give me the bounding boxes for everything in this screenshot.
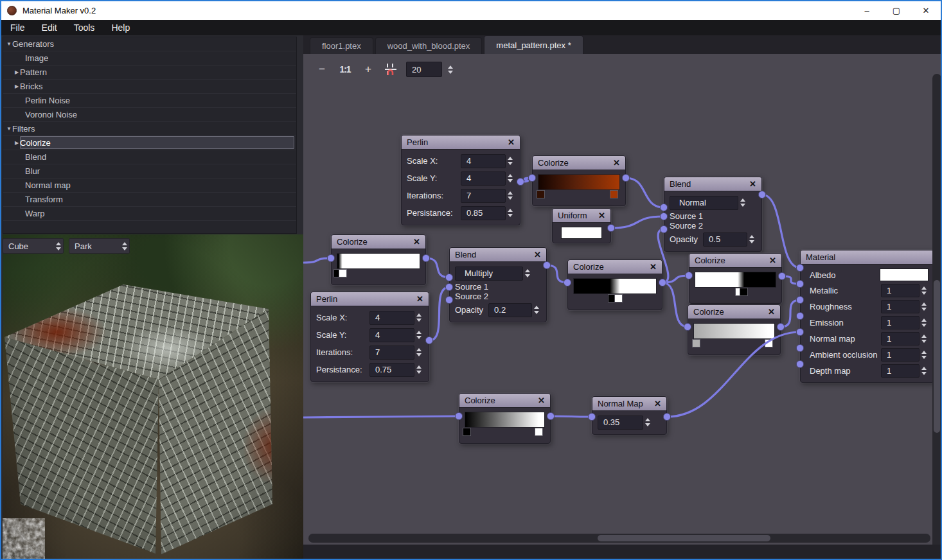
preview-3d-viewport[interactable]: Cube Park [3,234,303,560]
node-close-icon[interactable]: ✕ [749,179,756,189]
tree-item-transform[interactable]: Transform [3,193,296,207]
vertical-scrollbar-thumb[interactable] [934,280,940,433]
node-graph-canvas[interactable]: − 1:1 + 20 Perlin✕Scale X:4Scale Y:4Iter… [303,54,942,545]
spin-up-icon[interactable] [508,209,513,212]
node-titlebar[interactable]: Colorize✕ [459,394,550,408]
node-close-icon[interactable]: ✕ [654,399,661,408]
node-close-icon[interactable]: ✕ [416,294,423,304]
tree-item-pattern[interactable]: ▶Pattern [3,66,296,80]
node-close-icon[interactable]: ✕ [538,396,545,405]
material-stepper[interactable] [920,365,929,377]
param-value-input[interactable]: 0.35 [598,416,643,430]
node-titlebar[interactable]: Colorize✕ [688,305,780,319]
material-stepper[interactable] [920,285,929,297]
param-value-input[interactable]: 0.85 [461,206,506,220]
gradient-editor[interactable] [465,412,545,436]
node-close-icon[interactable]: ✕ [534,250,541,259]
maximize-button[interactable]: ▢ [882,1,911,20]
spin-up-icon[interactable] [416,348,422,351]
spin-up-icon[interactable] [525,269,530,272]
spin-up-icon[interactable] [416,331,422,334]
node-colorize-right-bottom[interactable]: Colorize✕ [688,304,781,355]
param-stepper[interactable] [747,234,756,245]
spin-down-icon[interactable] [508,179,513,182]
node-perlin-1[interactable]: Perlin✕Scale X:4Scale Y:4Iterations:7Per… [401,135,520,225]
material-value-input[interactable]: 1 [881,348,920,362]
gradient-cursor[interactable] [765,339,773,347]
node-titlebar[interactable]: Blend✕ [450,248,546,262]
param-stepper[interactable] [506,190,515,202]
spin-down-icon[interactable] [508,162,513,165]
tree-item-colorize[interactable]: ▶Colorize [3,136,296,150]
param-stepper[interactable] [414,347,423,358]
tree-item-blur[interactable]: Blur [3,164,296,179]
spin-up-icon[interactable] [534,306,539,309]
gradient-editor[interactable] [573,278,657,302]
tree-item-normal-map[interactable]: Normal map [3,179,296,193]
gradient-cursor[interactable] [537,190,545,198]
tab-metal-pattern-ptex-[interactable]: metal_pattern.ptex * [484,35,583,54]
spin-down-icon[interactable] [645,423,650,426]
param-stepper[interactable] [506,207,515,219]
node-close-icon[interactable]: ✕ [598,211,605,220]
preview-model-select[interactable]: Cube [3,238,64,254]
node-titlebar[interactable]: Colorize✕ [568,260,662,274]
node-colorize-left[interactable]: Colorize✕ [331,234,426,285]
node-uniform[interactable]: Uniform✕ [552,208,611,243]
spin-up-icon[interactable] [740,198,745,202]
param-stepper[interactable] [414,312,423,324]
vertical-scrollbar[interactable] [932,74,941,545]
spin-down-icon[interactable] [921,340,927,343]
material-value-input[interactable]: 1 [881,332,920,346]
param-stepper[interactable] [414,364,423,376]
menu-item-help[interactable]: Help [103,21,138,34]
param-value-input[interactable]: 0.5 [703,232,747,247]
node-perlin-2[interactable]: Perlin✕Scale X:4Scale Y:4Iterations:7Per… [310,292,429,382]
spin-up-icon[interactable] [921,335,927,338]
albedo-color-swatch[interactable] [880,268,929,281]
gradient-cursor[interactable] [535,428,543,436]
node-titlebar[interactable]: Blend✕ [664,177,761,191]
gradient-cursor[interactable] [463,428,471,436]
gradient-editor[interactable] [693,323,775,347]
spin-down-icon[interactable] [508,197,513,200]
node-colorize-bottom[interactable]: Colorize✕ [459,393,551,444]
tree-item-bricks[interactable]: ▶Bricks [3,80,296,94]
blend-mode-arrows[interactable] [523,268,532,279]
node-material[interactable]: MaterialAlbedoMetallic1Roughness1Emissio… [800,250,934,383]
tree-item-generators[interactable]: ▼Generators [3,37,296,51]
tree-expand-icon[interactable]: ▶ [13,140,20,146]
tab-floor1-ptex[interactable]: floor1.ptex [310,37,373,54]
tree-expand-icon[interactable]: ▶ [13,69,20,75]
spin-down-icon[interactable] [921,324,927,327]
material-value-input[interactable]: 1 [881,300,920,313]
spin-down-icon[interactable] [921,372,927,375]
gradient-bar[interactable] [573,278,657,294]
material-stepper[interactable] [920,317,929,329]
node-close-icon[interactable]: ✕ [650,262,657,272]
blend-mode-select[interactable]: Normal [670,196,738,210]
node-colorize-rust[interactable]: Colorize✕ [532,155,626,206]
tab-wood-with-blood-ptex[interactable]: wood_with_blood.ptex [375,37,483,54]
tree-item-perlin-noise[interactable]: Perlin Noise [3,94,296,108]
spin-up-icon[interactable] [921,367,927,370]
gradient-editor[interactable] [538,174,620,198]
node-titlebar[interactable]: Perlin✕ [402,136,520,150]
node-titlebar[interactable]: Colorize✕ [332,235,425,249]
gradient-bar[interactable] [695,272,776,288]
material-stepper[interactable] [920,349,929,361]
node-blend-normal[interactable]: Blend✕NormalSource 1Source 2Opacity0.5 [664,177,762,252]
spin-down-icon[interactable] [416,336,422,339]
spin-down-icon[interactable] [416,319,422,322]
spin-down-icon[interactable] [534,311,539,314]
gradient-editor[interactable] [695,272,776,296]
spin-up-icon[interactable] [749,235,754,238]
menu-item-edit[interactable]: Edit [34,21,65,34]
tree-collapse-icon[interactable]: ▼ [6,41,12,47]
node-titlebar[interactable]: Material [801,250,934,265]
menu-item-tools[interactable]: Tools [66,21,103,34]
preview-environment-select[interactable]: Park [69,238,130,254]
param-stepper[interactable] [506,173,515,184]
tree-item-image[interactable]: Image [3,51,296,66]
menu-item-file[interactable]: File [3,21,33,34]
